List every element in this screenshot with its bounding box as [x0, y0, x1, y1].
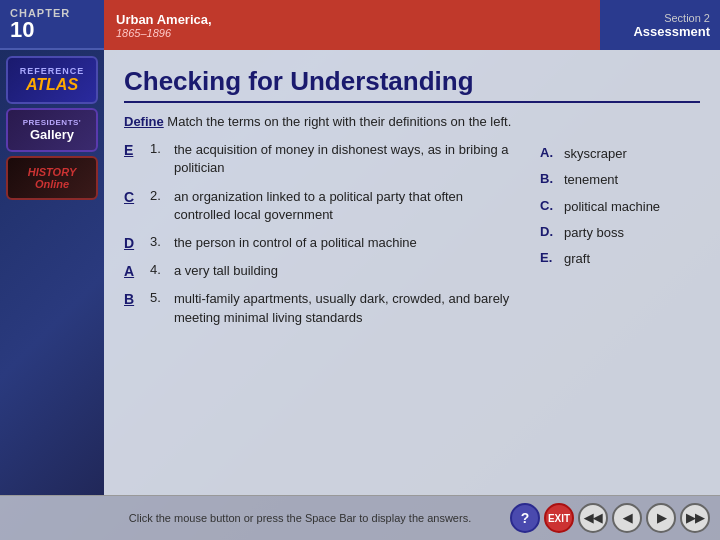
- section-box: Section 2 Assessment: [600, 0, 720, 50]
- define-instruction: Define Match the terms on the right with…: [124, 113, 700, 131]
- define-section: Define Match the terms on the right with…: [124, 113, 700, 131]
- section-title: Assessment: [633, 24, 710, 39]
- questions-list: E 1. the acquisition of money in dishone…: [124, 141, 520, 337]
- answers-list: A. skyscraper B. tenement C. political m…: [540, 141, 700, 337]
- answer-letter: A: [124, 263, 144, 279]
- answer-text: skyscraper: [564, 145, 627, 163]
- book-subtitle: 1865–1896: [116, 27, 588, 39]
- presidents-label: PRESIDENTS': [23, 118, 82, 127]
- answer-item: E. graft: [540, 250, 700, 268]
- answer-item: C. political machine: [540, 198, 700, 216]
- top-bar: CHAPTER 10 Urban America, 1865–1896 Sect…: [0, 0, 720, 50]
- bottom-bar: Click the mouse button or press the Spac…: [0, 495, 720, 540]
- chapter-box: CHAPTER 10: [0, 0, 104, 50]
- question-number: 2.: [150, 188, 168, 203]
- page-title: Checking for Understanding: [124, 66, 700, 103]
- section-label: Section 2: [664, 12, 710, 24]
- question-item: B 5. multi-family apartments, usually da…: [124, 290, 520, 326]
- answer-id: E.: [540, 250, 558, 265]
- book-title: Urban America,: [116, 12, 588, 27]
- next-next-button[interactable]: ▶▶: [680, 503, 710, 533]
- answer-item: D. party boss: [540, 224, 700, 242]
- atlas-title: ATLAS: [26, 76, 78, 94]
- answer-id: C.: [540, 198, 558, 213]
- question-text: the acquisition of money in dishonest wa…: [174, 141, 520, 177]
- answer-text: political machine: [564, 198, 660, 216]
- answer-letter: D: [124, 235, 144, 251]
- question-text: multi-family apartments, usually dark, c…: [174, 290, 520, 326]
- define-text: Match the terms on the right with their …: [167, 114, 511, 129]
- answer-item: A. skyscraper: [540, 145, 700, 163]
- answer-id: D.: [540, 224, 558, 239]
- online-text: Online: [35, 178, 69, 190]
- next-button[interactable]: ▶: [646, 503, 676, 533]
- question-number: 5.: [150, 290, 168, 305]
- answer-letter: B: [124, 291, 144, 307]
- help-button[interactable]: ?: [510, 503, 540, 533]
- question-item: E 1. the acquisition of money in dishone…: [124, 141, 520, 177]
- answer-letter: C: [124, 189, 144, 205]
- exit-button[interactable]: EXIT: [544, 503, 574, 533]
- gallery-label: Gallery: [30, 127, 74, 142]
- atlas-label: Reference: [20, 66, 85, 76]
- history-online-button[interactable]: HISTORY Online: [6, 156, 98, 200]
- answer-id: A.: [540, 145, 558, 160]
- history-text: HISTORY: [28, 166, 77, 178]
- prev-prev-button[interactable]: ◀◀: [578, 503, 608, 533]
- question-number: 4.: [150, 262, 168, 277]
- content-columns: E 1. the acquisition of money in dishone…: [124, 141, 700, 337]
- presidents-gallery-button[interactable]: PRESIDENTS' Gallery: [6, 108, 98, 152]
- nav-buttons: ? EXIT ◀◀ ◀ ▶ ▶▶: [510, 503, 710, 533]
- left-sidebar: Reference ATLAS PRESIDENTS' Gallery HIST…: [0, 50, 104, 495]
- bottom-instruction: Click the mouse button or press the Spac…: [90, 511, 510, 525]
- question-text: an organization linked to a political pa…: [174, 188, 520, 224]
- answer-id: B.: [540, 171, 558, 186]
- question-text: the person in control of a political mac…: [174, 234, 417, 252]
- question-number: 3.: [150, 234, 168, 249]
- main-content: Checking for Understanding Define Match …: [104, 50, 720, 495]
- question-item: D 3. the person in control of a politica…: [124, 234, 520, 252]
- define-keyword: Define: [124, 114, 164, 129]
- title-box: Urban America, 1865–1896: [104, 0, 600, 50]
- atlas-button[interactable]: Reference ATLAS: [6, 56, 98, 104]
- answer-text: tenement: [564, 171, 618, 189]
- answer-text: graft: [564, 250, 590, 268]
- answer-letter: E: [124, 142, 144, 158]
- question-text: a very tall building: [174, 262, 278, 280]
- question-item: C 2. an organization linked to a politic…: [124, 188, 520, 224]
- answer-text: party boss: [564, 224, 624, 242]
- prev-button[interactable]: ◀: [612, 503, 642, 533]
- chapter-number: 10: [10, 19, 34, 41]
- answer-item: B. tenement: [540, 171, 700, 189]
- question-number: 1.: [150, 141, 168, 156]
- question-item: A 4. a very tall building: [124, 262, 520, 280]
